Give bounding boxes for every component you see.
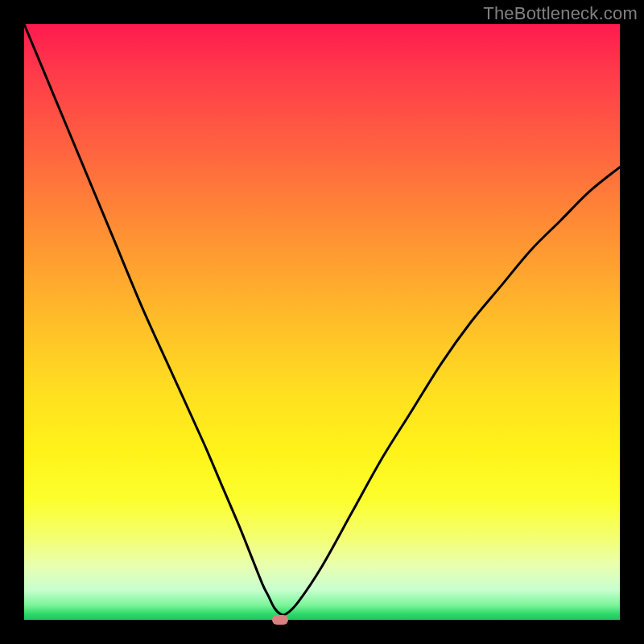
bottleneck-curve <box>24 24 620 620</box>
watermark-text: TheBottleneck.com <box>483 3 638 24</box>
plot-area <box>24 24 620 620</box>
optimum-marker <box>272 615 288 625</box>
chart-frame: TheBottleneck.com <box>0 0 644 644</box>
